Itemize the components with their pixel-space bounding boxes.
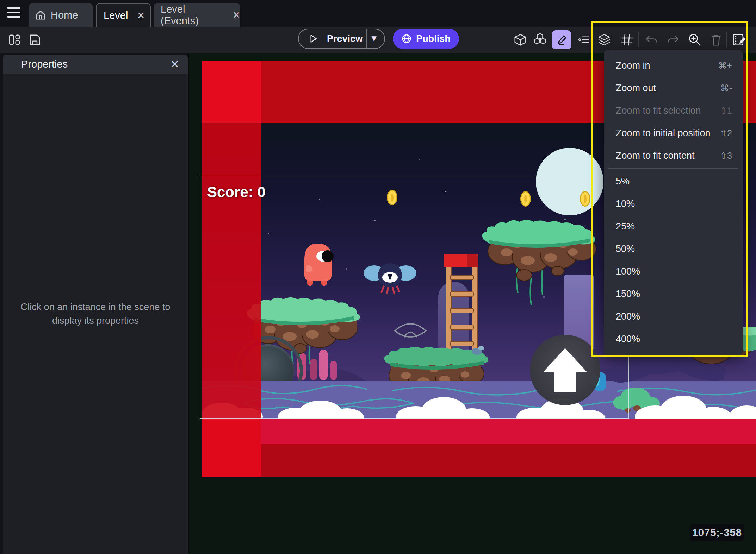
tab-level-events[interactable]: Level (Events) ✕: [154, 3, 240, 27]
menu-item-shortcut: ⌘+: [718, 61, 732, 71]
tab-home[interactable]: Home: [29, 3, 93, 27]
toolbar-divider: [726, 32, 727, 47]
menu-item-label: Zoom to fit content: [616, 150, 695, 161]
menu-item-label: Zoom to fit selection: [616, 105, 701, 116]
menu-item-zoom-10[interactable]: 10%: [604, 193, 743, 215]
grid-icon: [620, 33, 633, 46]
menu-item-label: Zoom to initial position: [616, 128, 711, 139]
edit-mode-button[interactable]: [552, 30, 571, 49]
red-band-bottom-dark: [261, 444, 756, 477]
preview-split-divider: [366, 29, 367, 48]
zoom-in-icon: [687, 33, 701, 47]
star: [419, 159, 420, 160]
preview-button[interactable]: Preview ▾: [298, 29, 385, 49]
save-button[interactable]: [25, 30, 44, 49]
layers-icon: [597, 33, 611, 47]
redo-button[interactable]: [664, 30, 683, 49]
preview-label: Preview: [327, 33, 363, 44]
tab-level[interactable]: Level ✕: [96, 3, 151, 27]
menu-item-zoom-100[interactable]: 100%: [604, 260, 743, 283]
menu-item-shortcut: ⇧2: [720, 128, 732, 138]
menu-item-zoom-out[interactable]: Zoom out ⌘-: [604, 77, 743, 99]
menu-item-label: 200%: [616, 311, 640, 322]
menu-item-zoom-25[interactable]: 25%: [604, 215, 743, 238]
score-text: Score: 0: [207, 184, 266, 201]
pencil-icon: [556, 34, 568, 46]
toolbar-divider: [638, 32, 639, 47]
tab-level-events-close-icon[interactable]: ✕: [233, 10, 240, 21]
menu-item-zoom-5[interactable]: 5%: [604, 170, 743, 193]
stacked-cubes-icon: [533, 33, 547, 47]
menu-item-shortcut: ⇧3: [720, 151, 732, 161]
tab-level-events-label: Level (Events): [161, 4, 225, 27]
tab-bar: Home Level ✕ Level (Events) ✕: [0, 0, 756, 27]
preview-options-caret-icon[interactable]: ▾: [372, 33, 376, 44]
layout-icon: [8, 33, 21, 46]
menu-item-shortcut: ⌘-: [720, 83, 732, 93]
zoom-dropdown-menu: Zoom in ⌘+ Zoom out ⌘- Zoom to fit selec…: [604, 50, 743, 355]
menu-item-zoom-initial-position[interactable]: Zoom to initial position ⇧2: [604, 122, 743, 144]
properties-panel-header: Properties ✕: [3, 55, 188, 74]
menu-divider: [608, 168, 738, 169]
menu-item-label: Zoom in: [616, 60, 650, 71]
menu-item-label: 10%: [616, 199, 635, 209]
menu-item-zoom-50[interactable]: 50%: [604, 238, 743, 260]
menu-item-shortcut: ⇧1: [720, 106, 732, 116]
tab-level-label: Level: [104, 10, 128, 21]
menu-item-zoom-in[interactable]: Zoom in ⌘+: [604, 54, 743, 77]
save-icon: [29, 33, 41, 46]
properties-empty-message: Click on an instance in the scene to dis…: [13, 300, 178, 328]
globe-icon: [401, 33, 412, 44]
menu-item-label: Zoom out: [616, 83, 656, 94]
properties-panel: Properties ✕ Click on an instance in the…: [3, 55, 188, 554]
open-events-button[interactable]: [730, 30, 749, 49]
panel-divider: [188, 53, 189, 554]
home-icon: [35, 10, 46, 20]
menu-item-label: 50%: [616, 244, 635, 254]
menu-item-label: 150%: [616, 289, 640, 300]
delete-button[interactable]: [707, 30, 726, 49]
add-object-button[interactable]: [511, 30, 530, 49]
grid-button[interactable]: [617, 30, 636, 49]
cursor-coordinates-badge: 1075;-358: [690, 524, 744, 541]
menu-item-label: 25%: [616, 221, 635, 232]
red-band-left-bottom: [202, 419, 261, 477]
menu-item-zoom-fit-selection: Zoom to fit selection ⇧1: [604, 99, 743, 122]
play-icon: [308, 33, 318, 44]
publish-button[interactable]: Publish: [393, 29, 459, 49]
tab-level-close-icon[interactable]: ✕: [137, 10, 145, 21]
red-band-top-left: [202, 61, 261, 123]
game-window-border: [200, 177, 629, 419]
toggle-panels-button[interactable]: [5, 30, 24, 49]
instances-list-button[interactable]: [531, 30, 550, 49]
redo-icon: [667, 33, 680, 46]
menu-item-zoom-150[interactable]: 150%: [604, 283, 743, 305]
properties-panel-title: Properties: [21, 58, 68, 70]
toolbar: Preview ▾ Publish: [0, 27, 756, 53]
tab-home-label: Home: [51, 10, 78, 21]
trash-icon: [710, 33, 723, 46]
red-band-bottom-crimson: [261, 419, 756, 444]
menu-item-label: 5%: [616, 176, 630, 187]
events-sheet-icon: [732, 33, 747, 47]
menu-item-zoom-200[interactable]: 200%: [604, 305, 743, 328]
layers-button[interactable]: [595, 30, 614, 49]
main-menu-button[interactable]: [7, 4, 20, 20]
menu-item-label: 100%: [616, 266, 640, 277]
gdevelop-editor-window: Score: 0 Home Level ✕ Level (Events) ✕: [0, 0, 756, 554]
menu-item-zoom-400[interactable]: 400%: [604, 328, 743, 350]
objects-list-button[interactable]: [574, 30, 593, 49]
undo-icon: [645, 33, 658, 46]
properties-panel-close-icon[interactable]: ✕: [171, 58, 179, 70]
zoom-button[interactable]: [685, 30, 704, 49]
menu-item-label: 400%: [616, 334, 640, 345]
undo-button[interactable]: [642, 30, 661, 49]
publish-label: Publish: [416, 33, 451, 44]
diamond-list-icon: [576, 33, 590, 46]
menu-item-zoom-fit-content[interactable]: Zoom to fit content ⇧3: [604, 144, 743, 167]
cube-icon: [514, 33, 527, 46]
